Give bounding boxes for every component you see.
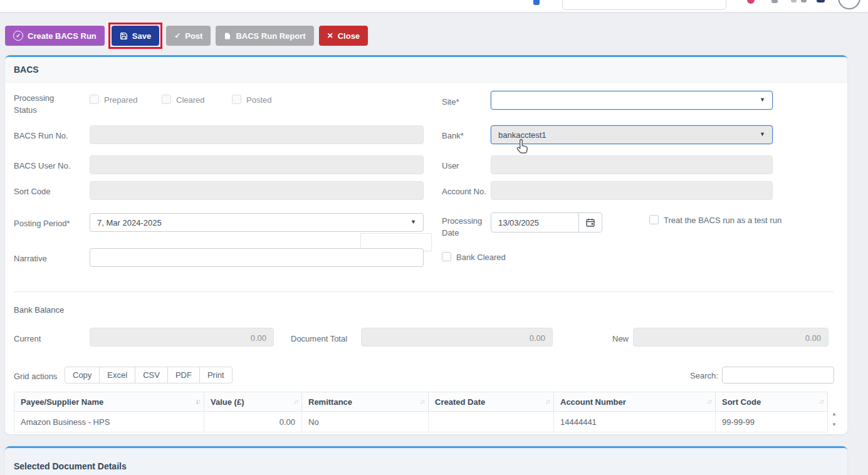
create-bacs-run-button[interactable]: ✓ Create BACS Run [5,26,105,46]
apps-icon[interactable] [791,0,797,3]
narrative-input[interactable] [90,248,424,267]
help-icon[interactable] [801,0,807,3]
sort-icon[interactable]: ↓↑ [819,397,824,405]
test-run-checkbox[interactable] [649,215,659,224]
col-remittance[interactable]: Remittance↓↑ [302,392,429,412]
bacs-user-no-field [90,155,424,174]
prepared-label: Prepared [104,95,137,105]
posted-checkbox [232,95,241,104]
col-value[interactable]: Value (£)↓↑ [204,392,302,412]
col-label: Sort Code [722,397,761,407]
cleared-label: Cleared [176,95,205,105]
current-label: Current [14,333,41,345]
bank-label: Bank* [442,130,464,142]
posting-period-select[interactable]: 7, Mar 2024-2025 ▼ [90,213,424,232]
settings-icon[interactable] [817,0,825,3]
table-search-input[interactable] [722,367,834,384]
calendar-icon [585,217,595,227]
sort-icon[interactable]: ↓↑ [420,397,424,405]
table-row[interactable]: Amazon Business - HPS 0.00 No 14444441 9… [14,412,828,432]
bacs-panel-header: BACS [5,57,847,83]
payments-table: Payee/Supplier Name↓↑ Value (£)↓↑ Remitt… [14,392,828,432]
bank-cleared-checkbox[interactable] [442,252,451,261]
bacs-panel-title: BACS [14,65,39,75]
pdf-button[interactable]: PDF [167,367,200,384]
save-icon [120,32,128,40]
col-label: Created Date [435,397,485,407]
bacs-panel: BACS Processing Status Prepared Cleared … [5,55,847,434]
scroll-down-icon[interactable]: ▼ [832,422,837,427]
bacs-run-no-label: BACS Run No. [14,130,68,142]
account-no-field [491,181,773,200]
cell-payee[interactable]: Amazon Business - HPS [14,412,204,432]
user-label: User [442,160,459,172]
col-account-number[interactable]: Account Number↓↑ [554,392,716,412]
new-balance-label: New [612,333,629,345]
document-icon [224,32,231,40]
hand-cursor [515,138,530,157]
col-label: Account Number [560,397,626,407]
action-toolbar: ✓ Create BACS Run Save ✓ Post BACS Run R… [5,23,368,49]
account-no-label: Account No. [442,186,486,198]
copy-button[interactable]: Copy [65,367,100,384]
processing-date-value: 13/03/2025 [498,218,539,227]
selected-document-title: Selected Document Details [14,461,127,471]
close-label: Close [338,31,360,41]
sort-code-label: Sort Code [14,186,51,198]
grid-actions-group: Copy Excel CSV PDF Print [65,367,233,384]
check-icon: ✓ [174,31,180,40]
selected-document-panel: Selected Document Details [5,446,847,475]
chevron-down-icon: ▼ [760,132,765,137]
cell-remittance[interactable]: No [302,412,429,432]
scroll-up-icon[interactable]: ▲ [832,412,837,417]
csv-button[interactable]: CSV [135,367,168,384]
print-button[interactable]: Print [199,367,233,384]
posting-period-label: Posting Period* [14,218,70,230]
test-run-label: Treat the BACS run as a test run [664,216,782,225]
cell-account-number[interactable]: 14444441 [554,412,716,432]
col-label: Remittance [308,397,352,407]
bank-balance-title: Bank Balance [14,305,64,316]
col-created-date[interactable]: Created Date↓↑ [429,392,554,412]
document-total-label: Document Total [291,333,347,345]
bank-select[interactable]: bankacctest1 ▼ [491,125,773,144]
cell-value[interactable]: 0.00 [204,412,302,432]
section-divider [14,291,834,292]
sort-icon[interactable]: ↓↑ [196,397,200,405]
create-bacs-run-label: Create BACS Run [28,31,97,41]
site-select[interactable]: ▼ [491,91,773,110]
user-avatar[interactable] [838,0,860,9]
table-search-label: Search: [690,370,718,382]
close-button[interactable]: ✕ Close [319,26,368,46]
col-label: Payee/Supplier Name [21,397,103,407]
processing-status-label: Processing Status [14,93,64,117]
bacs-run-no-field [90,125,424,144]
global-search-input[interactable] [562,0,726,10]
bell-icon[interactable] [771,0,778,3]
processing-date-label: Processing Date [442,216,486,239]
chevron-down-icon: ▼ [410,219,416,225]
bacs-run-report-label: BACS Run Report [236,31,305,41]
notification-icon[interactable] [747,0,755,4]
prepared-checkbox [90,95,99,104]
bacs-run-report-button[interactable]: BACS Run Report [216,26,313,46]
sort-icon[interactable]: ↓↑ [545,397,550,405]
col-payee-supplier-name[interactable]: Payee/Supplier Name↓↑ [14,392,204,412]
excel-button[interactable]: Excel [99,367,135,384]
bank-cleared-label: Bank Cleared [456,253,506,262]
save-button[interactable]: Save [112,26,159,46]
bacs-user-no-label: BACS User No. [14,160,70,172]
cell-sort-code[interactable]: 99-99-99 [716,412,828,432]
sort-icon[interactable]: ↓↑ [707,397,711,405]
processing-date-field[interactable]: 13/03/2025 [491,212,602,232]
sort-icon[interactable]: ↓↑ [293,397,298,405]
cell-created-date[interactable] [429,412,554,432]
post-button[interactable]: ✓ Post [166,26,211,46]
col-label: Value (£) [211,397,244,407]
calendar-button[interactable] [578,213,602,232]
app-icon [533,0,540,5]
col-sort-code[interactable]: Sort Code↓↑ [716,392,828,412]
new-balance-field: 0.00 [633,328,829,347]
top-bar [0,0,868,12]
chevron-down-icon: ▼ [760,97,765,103]
